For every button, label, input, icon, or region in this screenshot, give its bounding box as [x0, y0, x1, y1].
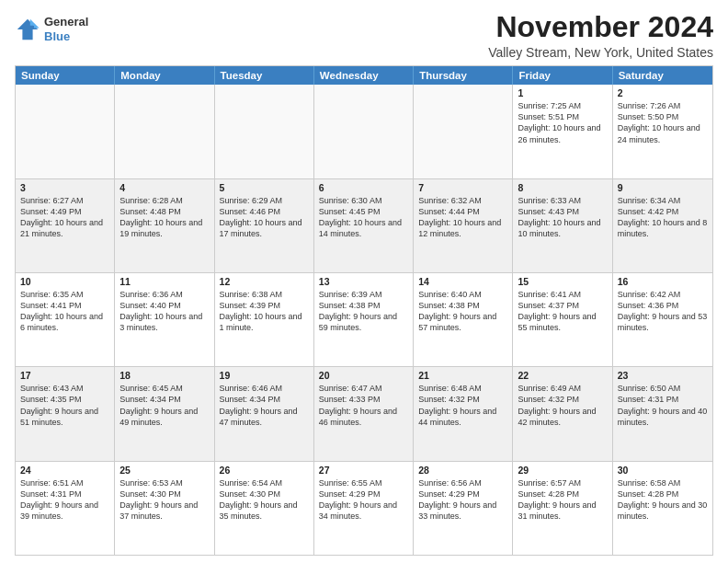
calendar-row-1: 1Sunrise: 7:25 AMSunset: 5:51 PMDaylight…: [16, 85, 712, 178]
day-cell-3: 3Sunrise: 6:27 AMSunset: 4:49 PMDaylight…: [16, 179, 115, 272]
day-info: Sunrise: 7:25 AMSunset: 5:51 PMDaylight:…: [518, 100, 607, 145]
day-cell-8: 8Sunrise: 6:33 AMSunset: 4:43 PMDaylight…: [513, 179, 612, 272]
calendar: SundayMondayTuesdayWednesdayThursdayFrid…: [15, 65, 713, 556]
day-number: 21: [418, 370, 507, 381]
day-cell-24: 24Sunrise: 6:51 AMSunset: 4:31 PMDayligh…: [16, 462, 115, 555]
day-info: Sunrise: 6:43 AMSunset: 4:35 PMDaylight:…: [20, 383, 109, 428]
day-info: Sunrise: 7:26 AMSunset: 5:50 PMDaylight:…: [618, 100, 708, 145]
day-cell-27: 27Sunrise: 6:55 AMSunset: 4:29 PMDayligh…: [314, 462, 414, 555]
day-number: 22: [518, 370, 607, 381]
empty-cell: [215, 85, 314, 178]
day-number: 4: [119, 182, 209, 193]
day-number: 29: [518, 465, 607, 476]
day-info: Sunrise: 6:34 AMSunset: 4:42 PMDaylight:…: [618, 195, 708, 240]
logo-blue: Blue: [44, 29, 88, 44]
day-cell-25: 25Sunrise: 6:53 AMSunset: 4:30 PMDayligh…: [115, 462, 214, 555]
day-number: 5: [220, 182, 309, 193]
day-cell-9: 9Sunrise: 6:34 AMSunset: 4:42 PMDaylight…: [613, 179, 712, 272]
day-info: Sunrise: 6:30 AMSunset: 4:45 PMDaylight:…: [319, 195, 408, 240]
day-cell-17: 17Sunrise: 6:43 AMSunset: 4:35 PMDayligh…: [16, 367, 115, 460]
day-info: Sunrise: 6:49 AMSunset: 4:32 PMDaylight:…: [518, 383, 607, 428]
day-cell-29: 29Sunrise: 6:57 AMSunset: 4:28 PMDayligh…: [513, 462, 612, 555]
day-info: Sunrise: 6:36 AMSunset: 4:40 PMDaylight:…: [119, 289, 209, 334]
day-info: Sunrise: 6:28 AMSunset: 4:48 PMDaylight:…: [119, 195, 209, 240]
day-number: 30: [618, 465, 708, 476]
day-number: 15: [518, 276, 607, 287]
day-cell-1: 1Sunrise: 7:25 AMSunset: 5:51 PMDaylight…: [513, 85, 612, 178]
day-cell-4: 4Sunrise: 6:28 AMSunset: 4:48 PMDaylight…: [115, 179, 214, 272]
empty-cell: [314, 85, 414, 178]
calendar-row-5: 24Sunrise: 6:51 AMSunset: 4:31 PMDayligh…: [16, 462, 712, 555]
day-number: 28: [418, 465, 507, 476]
header-day-saturday: Saturday: [613, 66, 712, 85]
header-day-tuesday: Tuesday: [215, 66, 314, 85]
logo-icon: [15, 17, 40, 42]
day-info: Sunrise: 6:48 AMSunset: 4:32 PMDaylight:…: [418, 383, 507, 428]
calendar-row-3: 10Sunrise: 6:35 AMSunset: 4:41 PMDayligh…: [16, 273, 712, 367]
day-cell-2: 2Sunrise: 7:26 AMSunset: 5:50 PMDaylight…: [613, 85, 712, 178]
day-info: Sunrise: 6:45 AMSunset: 4:34 PMDaylight:…: [119, 383, 209, 428]
day-info: Sunrise: 6:27 AMSunset: 4:49 PMDaylight:…: [20, 195, 109, 240]
day-info: Sunrise: 6:56 AMSunset: 4:29 PMDaylight:…: [418, 477, 507, 523]
day-info: Sunrise: 6:47 AMSunset: 4:33 PMDaylight:…: [319, 383, 408, 428]
day-info: Sunrise: 6:50 AMSunset: 4:31 PMDaylight:…: [618, 383, 708, 428]
month-title: November 2024: [488, 11, 713, 43]
day-info: Sunrise: 6:41 AMSunset: 4:37 PMDaylight:…: [518, 289, 607, 334]
header-day-thursday: Thursday: [414, 66, 513, 85]
day-number: 6: [319, 182, 408, 193]
day-number: 10: [20, 276, 109, 287]
day-number: 16: [618, 276, 708, 287]
calendar-row-4: 17Sunrise: 6:43 AMSunset: 4:35 PMDayligh…: [16, 367, 712, 461]
header-day-wednesday: Wednesday: [314, 66, 414, 85]
day-cell-14: 14Sunrise: 6:40 AMSunset: 4:38 PMDayligh…: [414, 273, 513, 366]
day-cell-10: 10Sunrise: 6:35 AMSunset: 4:41 PMDayligh…: [16, 273, 115, 366]
day-info: Sunrise: 6:39 AMSunset: 4:38 PMDaylight:…: [319, 289, 408, 334]
day-cell-18: 18Sunrise: 6:45 AMSunset: 4:34 PMDayligh…: [115, 367, 214, 460]
day-cell-22: 22Sunrise: 6:49 AMSunset: 4:32 PMDayligh…: [513, 367, 612, 460]
day-cell-11: 11Sunrise: 6:36 AMSunset: 4:40 PMDayligh…: [115, 273, 214, 366]
calendar-row-2: 3Sunrise: 6:27 AMSunset: 4:49 PMDaylight…: [16, 179, 712, 273]
day-info: Sunrise: 6:53 AMSunset: 4:30 PMDaylight:…: [119, 477, 209, 523]
day-info: Sunrise: 6:33 AMSunset: 4:43 PMDaylight:…: [518, 195, 607, 240]
svg-marker-0: [17, 18, 38, 39]
empty-cell: [414, 85, 513, 178]
day-cell-26: 26Sunrise: 6:54 AMSunset: 4:30 PMDayligh…: [215, 462, 314, 555]
day-number: 20: [319, 370, 408, 381]
header-day-friday: Friday: [513, 66, 612, 85]
day-number: 25: [119, 465, 209, 476]
day-number: 26: [220, 465, 309, 476]
day-info: Sunrise: 6:55 AMSunset: 4:29 PMDaylight:…: [319, 477, 408, 523]
day-number: 14: [418, 276, 507, 287]
day-number: 3: [20, 182, 109, 193]
day-cell-13: 13Sunrise: 6:39 AMSunset: 4:38 PMDayligh…: [314, 273, 414, 366]
day-info: Sunrise: 6:54 AMSunset: 4:30 PMDaylight:…: [220, 477, 309, 523]
calendar-header: SundayMondayTuesdayWednesdayThursdayFrid…: [16, 66, 712, 85]
day-number: 27: [319, 465, 408, 476]
logo: General Blue: [15, 15, 88, 43]
day-cell-12: 12Sunrise: 6:38 AMSunset: 4:39 PMDayligh…: [215, 273, 314, 366]
header: General Blue November 2024 Valley Stream…: [15, 11, 713, 60]
empty-cell: [115, 85, 214, 178]
day-cell-28: 28Sunrise: 6:56 AMSunset: 4:29 PMDayligh…: [414, 462, 513, 555]
header-day-monday: Monday: [115, 66, 214, 85]
day-cell-7: 7Sunrise: 6:32 AMSunset: 4:44 PMDaylight…: [414, 179, 513, 272]
logo-general: General: [44, 15, 88, 29]
day-number: 18: [119, 370, 209, 381]
calendar-body: 1Sunrise: 7:25 AMSunset: 5:51 PMDaylight…: [16, 85, 712, 555]
day-cell-23: 23Sunrise: 6:50 AMSunset: 4:31 PMDayligh…: [613, 367, 712, 460]
day-cell-20: 20Sunrise: 6:47 AMSunset: 4:33 PMDayligh…: [314, 367, 414, 460]
title-area: November 2024 Valley Stream, New York, U…: [488, 11, 713, 60]
day-number: 24: [20, 465, 109, 476]
day-number: 1: [518, 87, 607, 98]
empty-cell: [16, 85, 115, 178]
day-number: 2: [618, 87, 708, 98]
day-number: 8: [518, 182, 607, 193]
day-info: Sunrise: 6:35 AMSunset: 4:41 PMDaylight:…: [20, 289, 109, 334]
day-info: Sunrise: 6:46 AMSunset: 4:34 PMDaylight:…: [220, 383, 309, 428]
day-cell-6: 6Sunrise: 6:30 AMSunset: 4:45 PMDaylight…: [314, 179, 414, 272]
day-info: Sunrise: 6:42 AMSunset: 4:36 PMDaylight:…: [618, 289, 708, 334]
day-cell-5: 5Sunrise: 6:29 AMSunset: 4:46 PMDaylight…: [215, 179, 314, 272]
day-number: 13: [319, 276, 408, 287]
day-cell-21: 21Sunrise: 6:48 AMSunset: 4:32 PMDayligh…: [414, 367, 513, 460]
day-info: Sunrise: 6:32 AMSunset: 4:44 PMDaylight:…: [418, 195, 507, 240]
